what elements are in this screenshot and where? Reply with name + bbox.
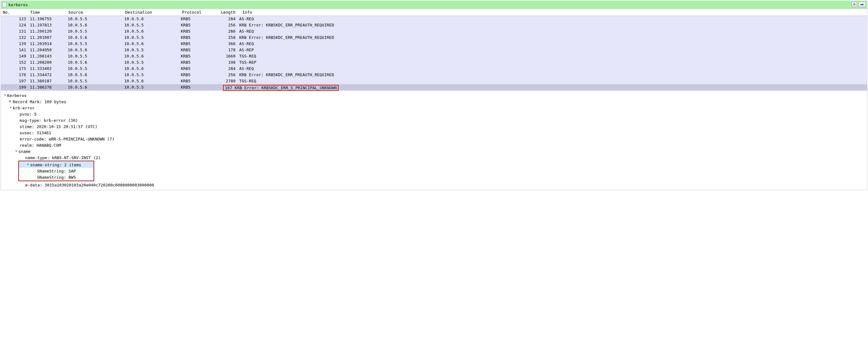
cell-destination: 10.0.5.5 (122, 59, 179, 66)
packet-row[interactable]: 13911.20391410.0.5.510.0.5.6KRB5366AS-RE… (1, 41, 867, 47)
packet-row[interactable]: 17511.33340210.0.5.510.0.5.6KRB5284AS-RE… (1, 66, 867, 72)
apply-filter-button[interactable]: ➡ (858, 2, 866, 7)
tree-leaf-realm[interactable]: realm: HANABQ.COM (1, 142, 867, 148)
tree-leaf-snamestring-1[interactable]: SNameString: BW5 (19, 174, 94, 180)
cell-protocol: KRB5 (179, 84, 217, 90)
chevron-right-icon[interactable] (8, 100, 12, 103)
tree-node-sname[interactable]: sname (1, 148, 867, 154)
cell-length: 366 (217, 41, 237, 47)
tree-label: e-data: 3015a103020103a20e040c720200c000… (25, 183, 154, 187)
packet-row[interactable]: 15211.20820010.0.5.610.0.5.5KRB5198TGS-R… (1, 59, 867, 66)
cell-destination: 10.0.5.5 (122, 34, 179, 41)
chevron-down-icon[interactable] (8, 106, 12, 110)
column-header-no[interactable]: No. (1, 9, 28, 16)
clear-filter-button[interactable]: ✕ (851, 2, 857, 7)
column-header-destination[interactable]: Destination (123, 9, 180, 16)
tree-label: error-code: eRR-S-PRINCIPAL-UNKNOWN (7) (20, 137, 114, 142)
cell-destination: 10.0.5.6 (122, 41, 179, 47)
cell-length: 284 (217, 66, 237, 72)
cell-protocol: KRB5 (179, 66, 217, 72)
cell-info: AS-REP (237, 47, 867, 53)
chevron-down-icon[interactable] (3, 94, 6, 97)
cell-length: 256 (217, 72, 237, 78)
cell-source: 10.0.5.5 (66, 78, 122, 84)
cell-no: 149 (1, 53, 28, 59)
cell-source: 10.0.5.6 (66, 22, 122, 28)
cell-destination: 10.0.5.6 (122, 28, 179, 34)
cell-info: KRB Error: KRB5KDC_ERR_PREAUTH_REQUIRED (237, 72, 867, 78)
cell-no: 139 (1, 41, 28, 47)
cell-length: 2780 (217, 78, 237, 84)
cell-protocol: KRB5 (179, 72, 217, 78)
tree-label: susec: 313461 (20, 130, 51, 135)
bookmark-icon[interactable] (2, 2, 6, 7)
cell-time: 11.208200 (28, 59, 66, 66)
tree-leaf-error-code[interactable]: error-code: eRR-S-PRINCIPAL-UNKNOWN (7) (1, 136, 867, 142)
cell-length: 1660 (217, 53, 237, 59)
tree-label: realm: HANABQ.COM (20, 143, 61, 148)
tree-node-record-mark[interactable]: Record Mark: 109 bytes (1, 98, 867, 105)
tree-leaf-snamestring-0[interactable]: SNameString: SAP (19, 168, 94, 174)
tree-label: msg-type: krb-error (30) (20, 118, 78, 123)
tree-label: Record Mark: 109 bytes (13, 99, 66, 104)
tree-leaf-msg-type[interactable]: msg-type: krb-error (30) (1, 117, 867, 123)
column-header-time[interactable]: Time (28, 9, 66, 16)
cell-time: 11.333402 (28, 66, 66, 72)
cell-time: 11.196755 (28, 16, 66, 22)
packet-row[interactable]: 14911.20614310.0.5.510.0.5.6KRB51660TGS-… (1, 53, 867, 59)
tree-leaf-susec[interactable]: susec: 313461 (1, 130, 867, 136)
cell-no: 131 (1, 28, 28, 34)
cell-info: KRB Error: KRB5KDC_ERR_PREAUTH_REQUIRED (237, 34, 867, 41)
cell-source: 10.0.5.5 (66, 53, 122, 59)
packet-row[interactable]: 19911.38627810.0.5.610.0.5.5KRB5167 KRB … (1, 84, 867, 90)
tree-node-sname-string[interactable]: sname-string: 2 items (19, 162, 94, 168)
chevron-down-icon[interactable] (14, 150, 18, 153)
cell-destination: 10.0.5.6 (122, 66, 179, 72)
tree-leaf-name-type[interactable]: name-type: kRB5-NT-SRV-INST (2) (1, 154, 867, 161)
cell-time: 11.201007 (28, 34, 66, 41)
packet-row[interactable]: 17611.33447210.0.5.610.0.5.5KRB5256KRB E… (1, 72, 867, 78)
column-header-length[interactable]: Length (219, 9, 241, 16)
packet-row[interactable]: 19711.38018710.0.5.510.0.5.6KRB52780TGS-… (1, 78, 867, 84)
cell-protocol: KRB5 (179, 59, 217, 66)
column-header-source[interactable]: Source (66, 9, 123, 16)
packet-row[interactable]: 12311.19675510.0.5.510.0.5.6KRB5284AS-RE… (1, 16, 867, 22)
cell-source: 10.0.5.6 (66, 84, 122, 90)
tree-leaf-stime[interactable]: stime: 2020-10-15 20:31:37 (UTC) (1, 123, 867, 130)
cell-info: TGS-REP (237, 59, 867, 66)
tree-label: pvno: 5 (20, 112, 37, 117)
annotation-highlight-box: 167 KRB Error: KRB5KDC_ERR_S_PRINCIPAL_U… (223, 85, 339, 91)
cell-info: AS-REQ (237, 28, 867, 34)
cell-no: 152 (1, 59, 28, 66)
cell-source: 10.0.5.6 (66, 47, 122, 53)
packet-row[interactable]: 12411.19781310.0.5.610.0.5.5KRB5256KRB E… (1, 22, 867, 28)
tree-node-krb-error[interactable]: krb-error (1, 105, 867, 111)
packet-row[interactable]: 13111.20012010.0.5.510.0.5.6KRB5286AS-RE… (1, 28, 867, 34)
cell-time: 11.334472 (28, 72, 66, 78)
tree-leaf-pvno[interactable]: pvno: 5 (1, 111, 867, 117)
packet-row[interactable]: 13211.20100710.0.5.610.0.5.5KRB5258KRB E… (1, 34, 867, 41)
packet-row[interactable]: 14111.20495010.0.5.610.0.5.5KRB5178AS-RE… (1, 47, 867, 53)
cell-length: 198 (217, 59, 237, 66)
chevron-down-icon[interactable] (26, 163, 30, 166)
cell-length: 256 (217, 22, 237, 28)
column-header-info[interactable]: Info (241, 9, 867, 16)
cell-length: 284 (217, 16, 237, 22)
cell-no: 141 (1, 47, 28, 53)
tree-label: sname-string: 2 items (30, 162, 81, 167)
tree-label: sname (18, 149, 30, 154)
tree-leaf-e-data[interactable]: e-data: 3015a103020103a20e040c720200c000… (1, 182, 867, 188)
packet-list-pane: No. Time Source Destination Protocol Len… (1, 9, 867, 91)
cell-info: AS-REQ (237, 16, 867, 22)
tree-node-kerberos[interactable]: Kerberos (1, 92, 867, 98)
cell-protocol: KRB5 (179, 34, 217, 41)
display-filter-input[interactable] (8, 1, 850, 8)
cell-no: 123 (1, 16, 28, 22)
packet-list-header[interactable]: No. Time Source Destination Protocol Len… (1, 9, 867, 16)
cell-length: 286 (217, 28, 237, 34)
column-header-protocol[interactable]: Protocol (180, 9, 219, 16)
cell-source: 10.0.5.5 (66, 16, 122, 22)
cell-info: AS-REQ (237, 66, 867, 72)
cell-length: 258 (217, 34, 237, 41)
cell-destination: 10.0.5.5 (122, 84, 179, 90)
